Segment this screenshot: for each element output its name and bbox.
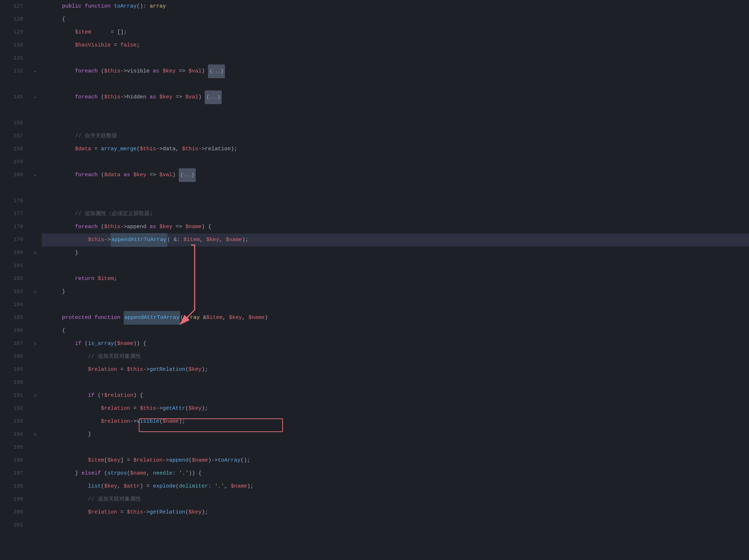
table-row — [42, 298, 749, 311]
table-row: if (!$relation) { — [42, 389, 749, 402]
table-row: } — [42, 428, 749, 441]
table-row — [42, 78, 749, 91]
code-editor: 127 128 129 130 131 132 145 156 157 158 … — [0, 0, 749, 560]
table-row: $relation->visible($name); — [42, 415, 749, 428]
table-row: if (is_array($name)) { — [42, 337, 749, 350]
table-row: public function toArray(): array — [42, 0, 749, 13]
table-row: $data = array_merge($this->data, $this->… — [42, 143, 749, 156]
table-row — [42, 104, 749, 117]
table-row: foreach ($this->append as $key => $name)… — [42, 221, 749, 234]
table-row — [42, 156, 749, 169]
table-row: // 合并关联数据 — [42, 130, 749, 143]
table-row: $item[$key] = $relation->append($name)->… — [42, 454, 749, 467]
table-row: $relation = $this->getRelation($key); — [42, 363, 749, 376]
table-row — [42, 182, 749, 195]
table-row: $relation = $this->getAttr($key); — [42, 402, 749, 415]
line-numbers: 127 128 129 130 131 132 145 156 157 158 … — [0, 0, 29, 560]
table-row — [42, 259, 749, 272]
table-row: foreach ($this->visible as $key => $val)… — [42, 65, 749, 78]
table-row: { — [42, 324, 749, 337]
table-row: } — [42, 285, 749, 298]
table-row: // 追加关联对象属性 — [42, 493, 749, 506]
table-row: $hasVisible = false; — [42, 39, 749, 52]
table-row: { — [42, 13, 749, 26]
table-row: } elseif (strpos($name, needle: '.')) { — [42, 467, 749, 480]
table-row: list($key, $attr) = explode(delimiter: '… — [42, 480, 749, 493]
code-content: public function toArray(): array { $item… — [42, 0, 749, 560]
table-row: return $item; — [42, 272, 749, 285]
table-row: $relation = $this->getRelation($key); — [42, 506, 749, 519]
table-row: // 追加关联对象属性 — [42, 350, 749, 363]
table-row — [42, 117, 749, 130]
table-row: foreach ($data as $key => $val) {...} — [42, 169, 749, 182]
gutter: ▸ ▸ ▸ ⊝ ⊝ ⊝ ⊝ ⊝ — [29, 0, 42, 560]
table-row: // 追加属性（必须定义获取器） — [42, 208, 749, 221]
table-row: $this->appendAttrToArray( &: $item, $key… — [42, 234, 749, 246]
table-row — [42, 195, 749, 208]
table-row: } — [42, 246, 749, 259]
table-row — [42, 441, 749, 454]
table-row: $item = []; — [42, 26, 749, 39]
table-row — [42, 519, 749, 532]
table-row: protected function appendAttrToArray(arr… — [42, 311, 749, 324]
table-row — [42, 52, 749, 65]
table-row: foreach ($this->hidden as $key => $val) … — [42, 91, 749, 104]
table-row — [42, 376, 749, 389]
